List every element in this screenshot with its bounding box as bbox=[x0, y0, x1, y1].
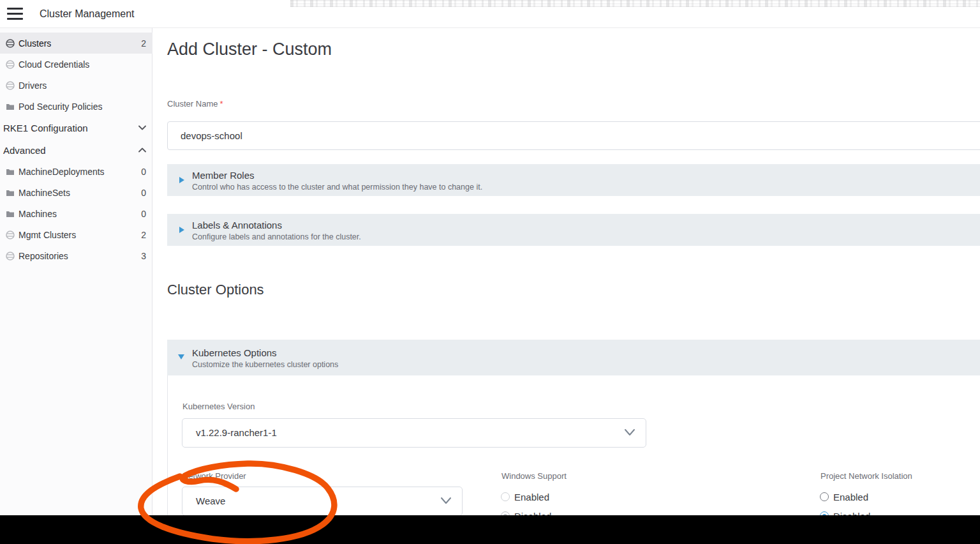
sidebar-item-label: Cloud Credentials bbox=[19, 59, 146, 70]
sidebar-item-machinedeployments[interactable]: MachineDeployments 0 bbox=[0, 161, 152, 182]
sidebar-item-label: Drivers bbox=[19, 80, 146, 91]
chevron-down-icon bbox=[624, 428, 635, 436]
accordion-description: Control who has access to the cluster an… bbox=[192, 183, 482, 192]
sidebar-section-label: Advanced bbox=[3, 145, 138, 156]
globe-icon bbox=[5, 230, 15, 239]
globe-icon bbox=[5, 251, 15, 261]
sidebar-item-label: Clusters bbox=[19, 38, 141, 49]
windows-support-label: Windows Support bbox=[501, 471, 567, 481]
sidebar-item-label: MachineSets bbox=[19, 188, 141, 198]
project-network-isolation-label: Project Network Isolation bbox=[820, 471, 912, 481]
radio-icon bbox=[820, 492, 829, 501]
select-value: Weave bbox=[196, 487, 225, 515]
radio-icon bbox=[501, 492, 510, 501]
accordion-title: Labels & Annotations bbox=[192, 220, 282, 230]
sidebar-section-label: RKE1 Configuration bbox=[3, 123, 138, 133]
sidebar-item-cloud-credentials[interactable]: Cloud Credentials bbox=[0, 54, 152, 75]
page-title: Add Cluster - Custom bbox=[167, 40, 332, 59]
sidebar-item-label: Pod Security Policies bbox=[19, 102, 146, 112]
select-value: v1.22.9-rancher1-1 bbox=[196, 419, 277, 447]
bottom-black-bar bbox=[0, 515, 980, 544]
screenshot-artifact-strip bbox=[290, 0, 980, 7]
expand-right-triangle-icon bbox=[179, 227, 184, 233]
folder-icon bbox=[5, 102, 15, 111]
cluster-options-heading: Cluster Options bbox=[167, 282, 264, 298]
chevron-down-icon bbox=[138, 125, 146, 130]
globe-icon bbox=[5, 38, 15, 48]
sidebar-item-mgmt-clusters[interactable]: Mgmt Clusters 2 bbox=[0, 224, 152, 245]
kubernetes-options-accordion[interactable]: Kubernetes Options Customize the kuberne… bbox=[167, 340, 980, 375]
sidebar-section-rke1-configuration[interactable]: RKE1 Configuration bbox=[0, 117, 152, 139]
network-provider-label: Network Provider bbox=[182, 471, 246, 481]
expand-right-triangle-icon bbox=[179, 177, 184, 183]
hamburger-menu-icon[interactable] bbox=[7, 8, 23, 20]
required-asterisk: * bbox=[219, 99, 223, 109]
sidebar-item-drivers[interactable]: Drivers bbox=[0, 75, 152, 96]
sidebar-item-label: Repositories bbox=[19, 251, 141, 261]
kubernetes-version-label: Kubernetes Version bbox=[182, 402, 255, 411]
accordion-description: Configure labels and annotations for the… bbox=[192, 232, 361, 241]
expand-down-triangle-icon bbox=[178, 354, 184, 359]
sidebar-item-repositories[interactable]: Repositories 3 bbox=[0, 245, 152, 266]
cluster-name-label: Cluster Name* bbox=[167, 99, 223, 109]
sidebar-item-pod-security-policies[interactable]: Pod Security Policies bbox=[0, 96, 152, 117]
accordion-title: Member Roles bbox=[192, 170, 255, 181]
sidebar-item-machines[interactable]: Machines 0 bbox=[0, 203, 152, 224]
folder-icon bbox=[5, 188, 15, 197]
chevron-down-icon bbox=[440, 497, 452, 504]
sidebar-item-count: 2 bbox=[141, 38, 146, 49]
sidebar-item-machinesets[interactable]: MachineSets 0 bbox=[0, 182, 152, 203]
kubernetes-version-select[interactable]: v1.22.9-rancher1-1 bbox=[182, 418, 646, 448]
chevron-up-icon bbox=[138, 147, 146, 153]
sidebar-item-label: Mgmt Clusters bbox=[19, 230, 141, 240]
radio-label: Enabled bbox=[514, 492, 549, 502]
sidebar-item-label: Machines bbox=[19, 209, 141, 219]
page: Cluster Management Clusters 2 Cloud Cred… bbox=[0, 0, 980, 544]
accordion-description: Customize the kubernetes cluster options bbox=[192, 360, 338, 369]
labels-annotations-accordion[interactable]: Labels & Annotations Configure labels an… bbox=[167, 214, 980, 246]
radio-label: Enabled bbox=[833, 492, 868, 502]
sidebar: Clusters 2 Cloud Credentials Drivers Pod… bbox=[0, 28, 152, 544]
globe-icon bbox=[5, 80, 15, 90]
folder-icon bbox=[5, 167, 15, 176]
app-title: Cluster Management bbox=[40, 0, 135, 27]
network-provider-select[interactable]: Weave bbox=[182, 487, 463, 516]
project-network-isolation-enabled-radio[interactable]: Enabled bbox=[820, 492, 868, 502]
main-content: Add Cluster - Custom Cluster Name* Membe… bbox=[153, 28, 980, 544]
accordion-title: Kubernetes Options bbox=[192, 347, 277, 358]
windows-support-enabled-radio[interactable]: Enabled bbox=[501, 492, 549, 502]
member-roles-accordion[interactable]: Member Roles Control who has access to t… bbox=[167, 164, 980, 196]
globe-icon bbox=[5, 59, 15, 69]
sidebar-section-advanced[interactable]: Advanced bbox=[0, 139, 152, 161]
top-header: Cluster Management bbox=[0, 0, 980, 28]
sidebar-item-label: MachineDeployments bbox=[19, 167, 141, 177]
sidebar-item-clusters[interactable]: Clusters 2 bbox=[0, 33, 152, 54]
cluster-name-input[interactable] bbox=[167, 121, 980, 150]
folder-icon bbox=[5, 209, 15, 218]
